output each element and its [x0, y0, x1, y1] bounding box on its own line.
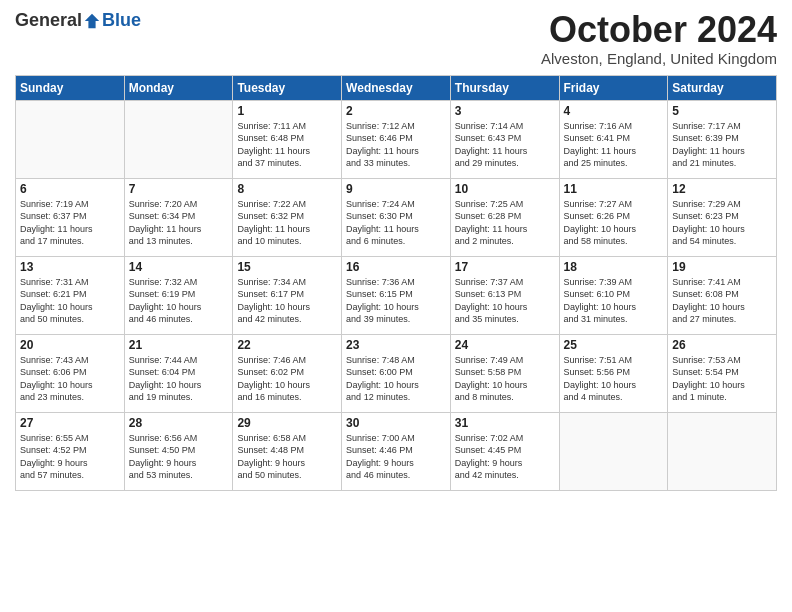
- day-number: 7: [129, 182, 229, 196]
- table-row: 11Sunrise: 7:27 AM Sunset: 6:26 PM Dayli…: [559, 178, 668, 256]
- day-detail: Sunrise: 7:53 AM Sunset: 5:54 PM Dayligh…: [672, 354, 772, 404]
- day-number: 17: [455, 260, 555, 274]
- table-row: 3Sunrise: 7:14 AM Sunset: 6:43 PM Daylig…: [450, 100, 559, 178]
- day-number: 16: [346, 260, 446, 274]
- day-number: 24: [455, 338, 555, 352]
- table-row: 23Sunrise: 7:48 AM Sunset: 6:00 PM Dayli…: [342, 334, 451, 412]
- col-monday: Monday: [124, 75, 233, 100]
- table-row: 22Sunrise: 7:46 AM Sunset: 6:02 PM Dayli…: [233, 334, 342, 412]
- calendar-week-row: 20Sunrise: 7:43 AM Sunset: 6:06 PM Dayli…: [16, 334, 777, 412]
- table-row: 30Sunrise: 7:00 AM Sunset: 4:46 PM Dayli…: [342, 412, 451, 490]
- calendar-week-row: 6Sunrise: 7:19 AM Sunset: 6:37 PM Daylig…: [16, 178, 777, 256]
- day-detail: Sunrise: 7:44 AM Sunset: 6:04 PM Dayligh…: [129, 354, 229, 404]
- day-number: 20: [20, 338, 120, 352]
- day-number: 4: [564, 104, 664, 118]
- day-detail: Sunrise: 7:31 AM Sunset: 6:21 PM Dayligh…: [20, 276, 120, 326]
- day-number: 13: [20, 260, 120, 274]
- calendar-week-row: 13Sunrise: 7:31 AM Sunset: 6:21 PM Dayli…: [16, 256, 777, 334]
- day-detail: Sunrise: 7:27 AM Sunset: 6:26 PM Dayligh…: [564, 198, 664, 248]
- day-number: 25: [564, 338, 664, 352]
- day-detail: Sunrise: 7:43 AM Sunset: 6:06 PM Dayligh…: [20, 354, 120, 404]
- day-detail: Sunrise: 7:17 AM Sunset: 6:39 PM Dayligh…: [672, 120, 772, 170]
- day-number: 9: [346, 182, 446, 196]
- day-detail: Sunrise: 6:56 AM Sunset: 4:50 PM Dayligh…: [129, 432, 229, 482]
- day-detail: Sunrise: 7:12 AM Sunset: 6:46 PM Dayligh…: [346, 120, 446, 170]
- calendar-table: Sunday Monday Tuesday Wednesday Thursday…: [15, 75, 777, 491]
- day-detail: Sunrise: 7:25 AM Sunset: 6:28 PM Dayligh…: [455, 198, 555, 248]
- day-number: 15: [237, 260, 337, 274]
- day-number: 8: [237, 182, 337, 196]
- table-row: 13Sunrise: 7:31 AM Sunset: 6:21 PM Dayli…: [16, 256, 125, 334]
- logo-blue: Blue: [102, 10, 141, 31]
- col-friday: Friday: [559, 75, 668, 100]
- day-detail: Sunrise: 7:51 AM Sunset: 5:56 PM Dayligh…: [564, 354, 664, 404]
- table-row: 6Sunrise: 7:19 AM Sunset: 6:37 PM Daylig…: [16, 178, 125, 256]
- day-number: 5: [672, 104, 772, 118]
- logo-icon: [83, 12, 101, 30]
- table-row: 2Sunrise: 7:12 AM Sunset: 6:46 PM Daylig…: [342, 100, 451, 178]
- table-row: 19Sunrise: 7:41 AM Sunset: 6:08 PM Dayli…: [668, 256, 777, 334]
- table-row: 14Sunrise: 7:32 AM Sunset: 6:19 PM Dayli…: [124, 256, 233, 334]
- day-detail: Sunrise: 7:22 AM Sunset: 6:32 PM Dayligh…: [237, 198, 337, 248]
- col-wednesday: Wednesday: [342, 75, 451, 100]
- day-number: 28: [129, 416, 229, 430]
- logo: General Blue: [15, 10, 141, 31]
- day-detail: Sunrise: 6:55 AM Sunset: 4:52 PM Dayligh…: [20, 432, 120, 482]
- table-row: 10Sunrise: 7:25 AM Sunset: 6:28 PM Dayli…: [450, 178, 559, 256]
- day-number: 21: [129, 338, 229, 352]
- day-number: 19: [672, 260, 772, 274]
- page: General Blue October 2024 Alveston, Engl…: [0, 0, 792, 612]
- location: Alveston, England, United Kingdom: [541, 50, 777, 67]
- svg-marker-0: [85, 13, 99, 27]
- logo-general: General: [15, 10, 82, 31]
- day-detail: Sunrise: 7:37 AM Sunset: 6:13 PM Dayligh…: [455, 276, 555, 326]
- day-detail: Sunrise: 7:00 AM Sunset: 4:46 PM Dayligh…: [346, 432, 446, 482]
- table-row: 8Sunrise: 7:22 AM Sunset: 6:32 PM Daylig…: [233, 178, 342, 256]
- day-detail: Sunrise: 6:58 AM Sunset: 4:48 PM Dayligh…: [237, 432, 337, 482]
- day-number: 14: [129, 260, 229, 274]
- day-detail: Sunrise: 7:29 AM Sunset: 6:23 PM Dayligh…: [672, 198, 772, 248]
- table-row: [16, 100, 125, 178]
- table-row: 27Sunrise: 6:55 AM Sunset: 4:52 PM Dayli…: [16, 412, 125, 490]
- table-row: 15Sunrise: 7:34 AM Sunset: 6:17 PM Dayli…: [233, 256, 342, 334]
- day-number: 31: [455, 416, 555, 430]
- table-row: 16Sunrise: 7:36 AM Sunset: 6:15 PM Dayli…: [342, 256, 451, 334]
- day-detail: Sunrise: 7:41 AM Sunset: 6:08 PM Dayligh…: [672, 276, 772, 326]
- day-number: 27: [20, 416, 120, 430]
- day-detail: Sunrise: 7:20 AM Sunset: 6:34 PM Dayligh…: [129, 198, 229, 248]
- day-number: 22: [237, 338, 337, 352]
- day-detail: Sunrise: 7:32 AM Sunset: 6:19 PM Dayligh…: [129, 276, 229, 326]
- calendar-week-row: 1Sunrise: 7:11 AM Sunset: 6:48 PM Daylig…: [16, 100, 777, 178]
- table-row: [124, 100, 233, 178]
- table-row: 28Sunrise: 6:56 AM Sunset: 4:50 PM Dayli…: [124, 412, 233, 490]
- table-row: 29Sunrise: 6:58 AM Sunset: 4:48 PM Dayli…: [233, 412, 342, 490]
- header: General Blue October 2024 Alveston, Engl…: [15, 10, 777, 67]
- day-detail: Sunrise: 7:16 AM Sunset: 6:41 PM Dayligh…: [564, 120, 664, 170]
- month-title: October 2024: [541, 10, 777, 50]
- table-row: 24Sunrise: 7:49 AM Sunset: 5:58 PM Dayli…: [450, 334, 559, 412]
- table-row: 26Sunrise: 7:53 AM Sunset: 5:54 PM Dayli…: [668, 334, 777, 412]
- day-number: 23: [346, 338, 446, 352]
- day-detail: Sunrise: 7:02 AM Sunset: 4:45 PM Dayligh…: [455, 432, 555, 482]
- table-row: 25Sunrise: 7:51 AM Sunset: 5:56 PM Dayli…: [559, 334, 668, 412]
- table-row: 20Sunrise: 7:43 AM Sunset: 6:06 PM Dayli…: [16, 334, 125, 412]
- day-detail: Sunrise: 7:24 AM Sunset: 6:30 PM Dayligh…: [346, 198, 446, 248]
- day-detail: Sunrise: 7:14 AM Sunset: 6:43 PM Dayligh…: [455, 120, 555, 170]
- day-number: 1: [237, 104, 337, 118]
- table-row: 18Sunrise: 7:39 AM Sunset: 6:10 PM Dayli…: [559, 256, 668, 334]
- table-row: 4Sunrise: 7:16 AM Sunset: 6:41 PM Daylig…: [559, 100, 668, 178]
- col-sunday: Sunday: [16, 75, 125, 100]
- table-row: 7Sunrise: 7:20 AM Sunset: 6:34 PM Daylig…: [124, 178, 233, 256]
- table-row: 21Sunrise: 7:44 AM Sunset: 6:04 PM Dayli…: [124, 334, 233, 412]
- table-row: 17Sunrise: 7:37 AM Sunset: 6:13 PM Dayli…: [450, 256, 559, 334]
- calendar-week-row: 27Sunrise: 6:55 AM Sunset: 4:52 PM Dayli…: [16, 412, 777, 490]
- day-number: 2: [346, 104, 446, 118]
- table-row: 5Sunrise: 7:17 AM Sunset: 6:39 PM Daylig…: [668, 100, 777, 178]
- day-number: 10: [455, 182, 555, 196]
- day-number: 3: [455, 104, 555, 118]
- day-number: 11: [564, 182, 664, 196]
- day-detail: Sunrise: 7:36 AM Sunset: 6:15 PM Dayligh…: [346, 276, 446, 326]
- day-detail: Sunrise: 7:19 AM Sunset: 6:37 PM Dayligh…: [20, 198, 120, 248]
- col-thursday: Thursday: [450, 75, 559, 100]
- day-detail: Sunrise: 7:34 AM Sunset: 6:17 PM Dayligh…: [237, 276, 337, 326]
